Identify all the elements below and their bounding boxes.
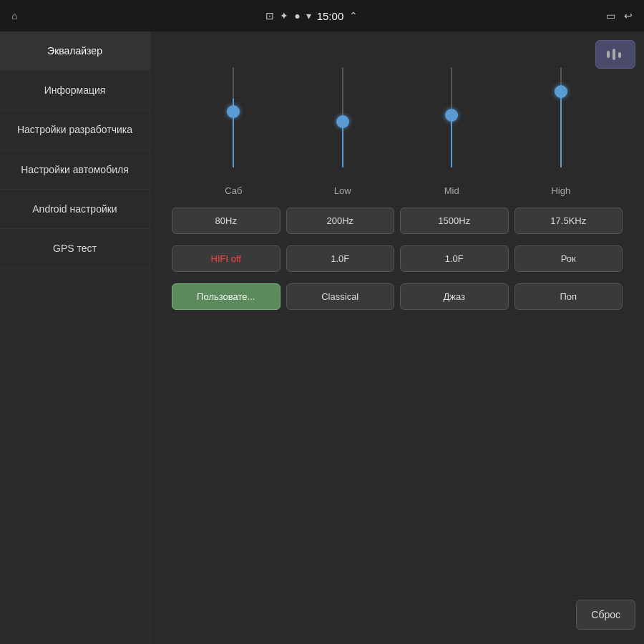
main-area: Эквалайзер Информация Настройки разработ… bbox=[0, 31, 644, 644]
preset-pop-btn[interactable]: Поп bbox=[514, 283, 623, 310]
back-icon[interactable]: ↩ bbox=[624, 10, 633, 21]
slider-thumb-mid[interactable] bbox=[445, 109, 458, 122]
eq-bars-icon bbox=[605, 46, 625, 63]
dot-icon: ● bbox=[294, 10, 300, 21]
sidebar-item-car-settings[interactable]: Настройки автомобиля bbox=[0, 150, 150, 190]
status-bar: ⌂ ⊡ ✦ ● ▾ 15:00 ⌃ ▭ ↩ bbox=[0, 0, 644, 31]
slider-high: High bbox=[550, 60, 572, 196]
equalizer-content: Саб Low bbox=[150, 31, 644, 644]
cast-icon: ⊡ bbox=[265, 10, 274, 21]
preset-buttons-row: Пользовате... Classical Джаз Поп bbox=[165, 283, 630, 310]
sidebar-item-gps-test[interactable]: GPS тест bbox=[0, 229, 150, 268]
freq-btn-1[interactable]: 80Hz bbox=[172, 208, 280, 234]
status-time: 15:00 bbox=[317, 10, 344, 22]
slider-track-low bbox=[342, 67, 343, 167]
eq-toggle-button[interactable] bbox=[595, 40, 635, 69]
slider-cab: Саб bbox=[223, 60, 244, 196]
slider-thumb-low[interactable] bbox=[336, 115, 349, 128]
hifi-btn[interactable]: HIFI off bbox=[172, 245, 280, 272]
svg-rect-1 bbox=[613, 49, 615, 60]
slider-track-mid bbox=[451, 67, 452, 167]
freq-buttons-row: 80Hz 200Hz 1500Hz 17.5KHz bbox=[165, 208, 630, 234]
slider-track-cab bbox=[233, 67, 234, 167]
sliders-area: Саб Low bbox=[165, 53, 630, 196]
param-btn-3[interactable]: 1.0F bbox=[400, 245, 509, 272]
signal-icon: ▾ bbox=[306, 10, 311, 21]
device-frame: ⌂ ⊡ ✦ ● ▾ 15:00 ⌃ ▭ ↩ Эквалайзер Информа… bbox=[0, 0, 644, 644]
recents-icon[interactable]: ▭ bbox=[606, 10, 615, 21]
freq-btn-4[interactable]: 17.5KHz bbox=[514, 208, 623, 234]
param-btn-2[interactable]: 1.0F bbox=[286, 245, 395, 272]
slider-low: Low bbox=[332, 60, 353, 196]
slider-track-high bbox=[560, 67, 562, 167]
preset-user-btn[interactable]: Пользовате... bbox=[172, 283, 280, 310]
freq-btn-2[interactable]: 200Hz bbox=[286, 208, 395, 234]
sidebar: Эквалайзер Информация Настройки разработ… bbox=[0, 31, 150, 644]
sidebar-item-dev-settings[interactable]: Настройки разработчика bbox=[0, 110, 150, 150]
bluetooth-icon: ✦ bbox=[280, 10, 288, 21]
slider-label-mid: Mid bbox=[444, 185, 459, 196]
reset-button[interactable]: Сброс bbox=[576, 600, 635, 630]
slider-label-low: Low bbox=[334, 185, 351, 196]
slider-label-cab: Саб bbox=[225, 185, 242, 196]
slider-mid: Mid bbox=[441, 60, 462, 196]
sidebar-item-equalizer[interactable]: Эквалайзер bbox=[0, 31, 150, 71]
chevron-icon: ⌃ bbox=[349, 10, 358, 21]
sidebar-item-information[interactable]: Информация bbox=[0, 71, 150, 110]
status-bar-center: ⊡ ✦ ● ▾ 15:00 ⌃ bbox=[265, 10, 358, 22]
slider-thumb-high[interactable] bbox=[555, 85, 567, 98]
svg-rect-0 bbox=[607, 51, 610, 58]
status-bar-right: ▭ ↩ bbox=[606, 10, 633, 21]
sidebar-item-android-settings[interactable]: Android настройки bbox=[0, 190, 150, 229]
preset-classical-btn[interactable]: Classical bbox=[286, 283, 395, 310]
svg-rect-2 bbox=[618, 52, 621, 58]
slider-thumb-cab[interactable] bbox=[227, 105, 240, 118]
rock-btn[interactable]: Рок bbox=[514, 245, 623, 272]
param-buttons-row: HIFI off 1.0F 1.0F Рок bbox=[165, 245, 630, 272]
freq-btn-3[interactable]: 1500Hz bbox=[400, 208, 509, 234]
status-bar-left: ⌂ bbox=[11, 10, 17, 21]
home-icon[interactable]: ⌂ bbox=[11, 10, 17, 21]
preset-jazz-btn[interactable]: Джаз bbox=[400, 283, 509, 310]
slider-label-high: High bbox=[551, 185, 570, 196]
